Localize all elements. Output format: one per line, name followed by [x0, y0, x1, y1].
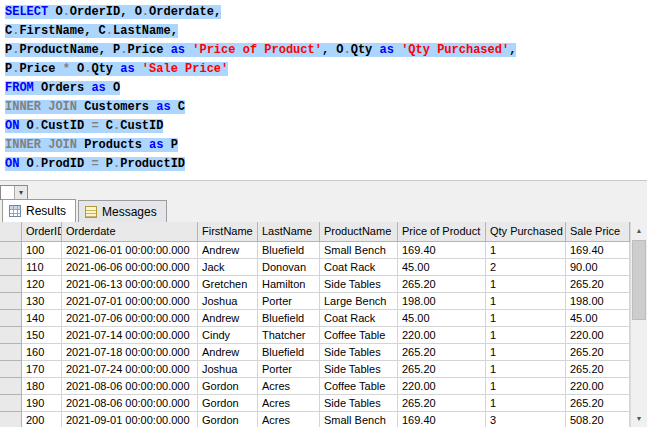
table-cell[interactable]: 1 [486, 242, 566, 259]
table-cell[interactable]: 220.00 [566, 378, 630, 395]
table-row[interactable]: 1102021-06-06 00:00:00.000JackDonovanCoa… [0, 259, 630, 276]
table-cell[interactable]: 1 [486, 293, 566, 310]
vertical-scrollbar[interactable]: ▲ ▼ [630, 222, 647, 427]
table-cell[interactable]: 169.40 [566, 242, 630, 259]
table-cell[interactable]: 2021-06-01 00:00:00.000 [62, 242, 198, 259]
table-cell[interactable]: Acres [258, 378, 320, 395]
table-cell[interactable]: 220.00 [566, 327, 630, 344]
table-cell[interactable]: 45.00 [398, 259, 486, 276]
table-cell[interactable]: 2021-07-01 00:00:00.000 [62, 293, 198, 310]
table-row[interactable]: 1602021-07-18 00:00:00.000AndrewBluefiel… [0, 344, 630, 361]
table-cell[interactable]: 265.20 [398, 361, 486, 378]
table-cell[interactable]: 150 [22, 327, 62, 344]
row-header[interactable] [0, 395, 22, 412]
table-cell[interactable]: 220.00 [398, 378, 486, 395]
table-cell[interactable]: 265.20 [398, 276, 486, 293]
table-cell[interactable]: 100 [22, 242, 62, 259]
table-row[interactable]: 2002021-09-01 00:00:00.000GordonAcresSma… [0, 412, 630, 427]
table-cell[interactable]: Bluefield [258, 242, 320, 259]
table-cell[interactable]: 265.20 [566, 344, 630, 361]
table-cell[interactable]: Side Tables [320, 344, 398, 361]
table-cell[interactable]: 198.00 [398, 293, 486, 310]
table-row[interactable]: 1302021-07-01 00:00:00.000JoshuaPorterLa… [0, 293, 630, 310]
table-cell[interactable]: 170 [22, 361, 62, 378]
table-cell[interactable]: Hamilton [258, 276, 320, 293]
row-header[interactable] [0, 310, 22, 327]
scroll-down-icon[interactable]: ▼ [631, 410, 647, 427]
column-header[interactable]: LastName [258, 222, 320, 242]
table-cell[interactable]: 1 [486, 327, 566, 344]
table-cell[interactable]: 198.00 [566, 293, 630, 310]
code-line[interactable]: SELECT O.OrderID, O.Orderdate, [5, 3, 647, 22]
table-row[interactable]: 1902021-08-06 00:00:00.000GordonAcresSid… [0, 395, 630, 412]
table-cell[interactable]: 508.20 [566, 412, 630, 427]
table-cell[interactable]: 1 [486, 310, 566, 327]
table-cell[interactable]: 2021-06-13 00:00:00.000 [62, 276, 198, 293]
column-header[interactable]: Qty Purchased [486, 222, 566, 242]
table-cell[interactable]: 160 [22, 344, 62, 361]
table-cell[interactable]: 2021-07-06 00:00:00.000 [62, 310, 198, 327]
table-cell[interactable]: 2021-09-01 00:00:00.000 [62, 412, 198, 427]
chevron-down-icon[interactable]: ▾ [14, 186, 27, 199]
table-cell[interactable]: 169.40 [398, 242, 486, 259]
code-line[interactable]: FROM Orders as O [5, 79, 647, 98]
scroll-thumb[interactable] [632, 240, 646, 320]
table-cell[interactable]: Porter [258, 361, 320, 378]
table-cell[interactable]: 265.20 [566, 395, 630, 412]
table-cell[interactable]: 140 [22, 310, 62, 327]
table-cell[interactable]: 1 [486, 395, 566, 412]
table-row[interactable]: 1002021-06-01 00:00:00.000AndrewBluefiel… [0, 242, 630, 259]
table-row[interactable]: 1702021-07-24 00:00:00.000JoshuaPorterSi… [0, 361, 630, 378]
table-cell[interactable]: 265.20 [398, 395, 486, 412]
table-cell[interactable]: 3 [486, 412, 566, 427]
table-cell[interactable]: 45.00 [398, 310, 486, 327]
tab-results[interactable]: Results [2, 199, 76, 222]
table-cell[interactable]: Bluefield [258, 310, 320, 327]
row-header[interactable] [0, 412, 22, 427]
code-line[interactable]: P.Price * O.Qty as 'Sale Price' [5, 60, 647, 79]
table-cell[interactable]: Joshua [198, 361, 258, 378]
table-cell[interactable]: Side Tables [320, 276, 398, 293]
table-cell[interactable]: 120 [22, 276, 62, 293]
table-cell[interactable]: 2 [486, 259, 566, 276]
table-row[interactable]: 1402021-07-06 00:00:00.000AndrewBluefiel… [0, 310, 630, 327]
table-cell[interactable]: 90.00 [566, 259, 630, 276]
table-cell[interactable]: Small Bench [320, 242, 398, 259]
column-header[interactable]: ProductName [320, 222, 398, 242]
table-cell[interactable]: 169.40 [398, 412, 486, 427]
table-cell[interactable]: Side Tables [320, 395, 398, 412]
table-cell[interactable]: Gretchen [198, 276, 258, 293]
table-cell[interactable]: 2021-07-14 00:00:00.000 [62, 327, 198, 344]
combobox-field[interactable] [1, 186, 14, 199]
code-line[interactable]: ON O.CustID = C.CustID [5, 117, 647, 136]
column-header[interactable]: Price of Product [398, 222, 486, 242]
table-cell[interactable]: 190 [22, 395, 62, 412]
table-row[interactable]: 1502021-07-14 00:00:00.000CindyThatcherC… [0, 327, 630, 344]
table-cell[interactable]: 265.20 [566, 276, 630, 293]
row-header[interactable] [0, 327, 22, 344]
code-line[interactable]: INNER JOIN Customers as C [5, 98, 647, 117]
code-line[interactable]: P.ProductName, P.Price as 'Price of Prod… [5, 41, 647, 60]
row-header[interactable] [0, 378, 22, 395]
table-cell[interactable]: Gordon [198, 395, 258, 412]
table-cell[interactable]: Coffee Table [320, 378, 398, 395]
table-cell[interactable]: Large Bench [320, 293, 398, 310]
row-header[interactable] [0, 276, 22, 293]
table-cell[interactable]: 130 [22, 293, 62, 310]
table-cell[interactable]: Acres [258, 395, 320, 412]
table-row[interactable]: 1202021-06-13 00:00:00.000GretchenHamilt… [0, 276, 630, 293]
table-cell[interactable]: 265.20 [566, 361, 630, 378]
table-cell[interactable]: Thatcher [258, 327, 320, 344]
table-cell[interactable]: Coffee Table [320, 327, 398, 344]
table-cell[interactable]: 1 [486, 378, 566, 395]
table-cell[interactable]: Side Tables [320, 361, 398, 378]
table-cell[interactable]: 2021-08-06 00:00:00.000 [62, 395, 198, 412]
row-header[interactable] [0, 344, 22, 361]
column-header[interactable]: OrderID [22, 222, 62, 242]
code-line[interactable]: ON O.ProdID = P.ProductID [5, 155, 647, 174]
table-cell[interactable]: 265.20 [398, 344, 486, 361]
table-cell[interactable]: Small Bench [320, 412, 398, 427]
table-cell[interactable]: 1 [486, 276, 566, 293]
table-cell[interactable]: Bluefield [258, 344, 320, 361]
table-cell[interactable]: Joshua [198, 293, 258, 310]
